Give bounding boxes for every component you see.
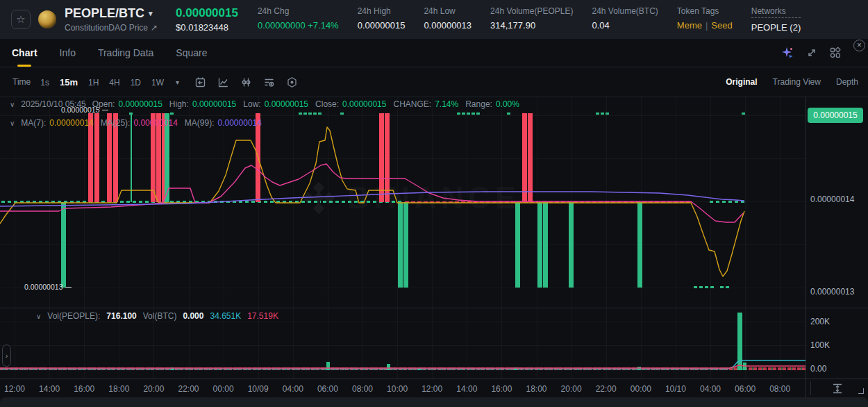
tabbar-icons (781, 39, 842, 67)
ma-legend: ∨ MA(7):0.00000014MA(25):0.00000014MA(99… (10, 118, 262, 128)
vol-btc-value: 0.000 (183, 311, 203, 321)
interval-1s[interactable]: 1s (40, 78, 49, 88)
calendar-restore-icon[interactable] (194, 76, 206, 88)
vol-btc-label: Vol(BTC) (143, 311, 177, 321)
volume-legend: ∨ Vol(PEOPLE): 716.100 Vol(BTC) 0.000 34… (36, 311, 278, 321)
view-depth[interactable]: Depth (836, 77, 858, 87)
chart-toolbar: Time 1s15m1H4H1D1W ▾ OriginalTrading (0, 67, 868, 97)
stat-24h-volume-people: 24h Volume(PEOPLE)314,177.90 (490, 6, 573, 31)
pair-selector[interactable]: PEOPLE/BTC ▾ ConstitutionDAO Price ↗ (65, 6, 158, 33)
low-price-marker: 0.00000013 (24, 283, 72, 291)
legend-datetime: 2025/10/10 05:45 (21, 99, 85, 109)
interval-15m[interactable]: 15m (60, 77, 78, 88)
candles-compare-icon[interactable] (240, 76, 252, 88)
expand-icon[interactable] (806, 47, 817, 58)
volume-bar (171, 367, 174, 370)
interval-group: 1s15m1H4H1D1W (40, 76, 174, 88)
collapse-chevron-icon[interactable]: ∨ (10, 119, 15, 127)
pair-title: PEOPLE/BTC (65, 6, 144, 21)
usd-price: $0.01823448 (176, 22, 238, 33)
tag-meme[interactable]: Meme (677, 20, 702, 31)
ohlc-change: CHANGE:7.14% (393, 99, 458, 109)
indicator-settings-icon[interactable] (263, 76, 275, 88)
view-trading-view[interactable]: Trading View (773, 77, 821, 87)
page-tabbar: ChartInfoTrading DataSquare × (0, 39, 868, 67)
stat-24h-chg: 24h Chg0.00000000 +7.14% (258, 6, 339, 31)
stat-value: 314,177.90 (490, 20, 573, 31)
volume-bar (514, 367, 517, 370)
stat-value: 0.00000013 (424, 20, 471, 31)
volume-layer (0, 97, 868, 407)
price-block: 0.00000015 $0.01823448 (176, 6, 238, 33)
stat-label: 24h Chg (258, 6, 339, 16)
star-icon: ☆ (16, 13, 25, 26)
vol-ma2-value: 17.519K (247, 311, 278, 321)
pair-header: ☆ PEOPLE/BTC ▾ ConstitutionDAO Price ↗ 0… (0, 0, 868, 39)
stat-24h-volume-btc: 24h Volume(BTC)0.04 (592, 6, 658, 31)
settings-hex-icon[interactable] (286, 76, 298, 88)
tab-info[interactable]: Info (60, 39, 76, 67)
interval-1h[interactable]: 1H (88, 78, 99, 88)
volume-bar (326, 362, 330, 370)
collapse-chevron-icon[interactable]: ∨ (36, 313, 41, 320)
ohlc-open: Open:0.00000015 (92, 99, 162, 109)
stat-value: 0.04 (592, 20, 658, 31)
pair-subtitle: ConstitutionDAO Price (65, 23, 148, 33)
panel-expand-toggle[interactable]: › (2, 344, 11, 367)
close-icon[interactable]: × (853, 40, 865, 51)
stat-token-tags: Token TagsMeme|Seed (677, 6, 733, 31)
ai-sparkle-icon[interactable] (781, 46, 794, 60)
tag-seed[interactable]: Seed (711, 20, 732, 31)
stat-label: 24h High (358, 6, 406, 16)
ma-values: MA(7):0.00000014MA(25):0.00000014MA(99):… (21, 118, 262, 128)
chevron-down-icon[interactable]: ▾ (149, 9, 153, 18)
ohlc-range: Range:0.00% (465, 99, 519, 109)
time-label: Time (12, 77, 31, 87)
tab-trading-data[interactable]: Trading Data (98, 39, 153, 67)
stat-24h-high: 24h High0.00000015 (358, 6, 406, 31)
stat-label: 24h Volume(PEOPLE) (490, 6, 573, 16)
tag-separator: | (706, 20, 708, 31)
interval-1d[interactable]: 1D (131, 78, 141, 88)
collapse-chevron-icon[interactable]: ∨ (10, 101, 15, 108)
ohlc-legend: ∨ 2025/10/10 05:45 Open:0.00000015High:0… (10, 99, 519, 109)
stat-label: Token Tags (677, 6, 733, 16)
view-original[interactable]: Original (726, 77, 757, 87)
interval-1w[interactable]: 1W (151, 78, 164, 88)
stat-value: Meme|Seed (677, 20, 733, 31)
stat-value: 0.00000015 (358, 20, 406, 31)
pair-subtitle-link[interactable]: ConstitutionDAO Price ↗ (65, 23, 158, 33)
vol-people-value: 716.100 (106, 311, 136, 321)
volume-bar (743, 363, 746, 370)
stat-label: 24h Volume(BTC) (592, 6, 658, 16)
line-chart-icon[interactable] (217, 76, 229, 88)
interval-4h[interactable]: 4H (109, 78, 119, 88)
vol-ma1-value: 34.651K (210, 311, 241, 321)
tab-chart[interactable]: Chart (12, 39, 37, 67)
stat-networks: NetworksPEOPLE (2) (751, 6, 801, 33)
volume-baseline-bars (0, 367, 806, 370)
coin-logo (38, 10, 56, 28)
stat-label: Networks (751, 6, 801, 18)
stat-label: 24h Low (424, 6, 471, 16)
toolbar-icons (194, 76, 298, 88)
stat-value: PEOPLE (2) (751, 22, 801, 33)
ma-ma-25: MA(25):0.00000014 (101, 118, 178, 128)
view-switcher: OriginalTrading ViewDepth (726, 77, 858, 87)
ohlc-values: Open:0.00000015High:0.00000015Low:0.0000… (92, 99, 519, 109)
volume-bar (417, 368, 421, 370)
ma-ma-99: MA(99):0.00000014 (185, 118, 262, 128)
layout-grid-icon[interactable] (829, 47, 842, 59)
volume-bar (387, 364, 390, 370)
interval-more-caret[interactable]: ▾ (176, 78, 179, 86)
ohlc-close: Close:0.00000015 (315, 99, 386, 109)
ohlc-high: High:0.00000015 (169, 99, 236, 109)
chart-canvas[interactable]: BINANCE ∨ 2025/10/10 05:45 Open:0.000000… (0, 97, 868, 407)
last-price: 0.00000015 (176, 6, 238, 20)
stat-24h-low: 24h Low0.00000013 (424, 6, 471, 31)
favorite-button[interactable]: ☆ (11, 10, 31, 29)
binance-spot-chart-page: ☆ PEOPLE/BTC ▾ ConstitutionDAO Price ↗ 0… (0, 0, 868, 407)
tabs: ChartInfoTrading DataSquare (12, 39, 208, 67)
external-link-icon: ↗ (151, 23, 158, 33)
tab-square[interactable]: Square (176, 39, 207, 67)
